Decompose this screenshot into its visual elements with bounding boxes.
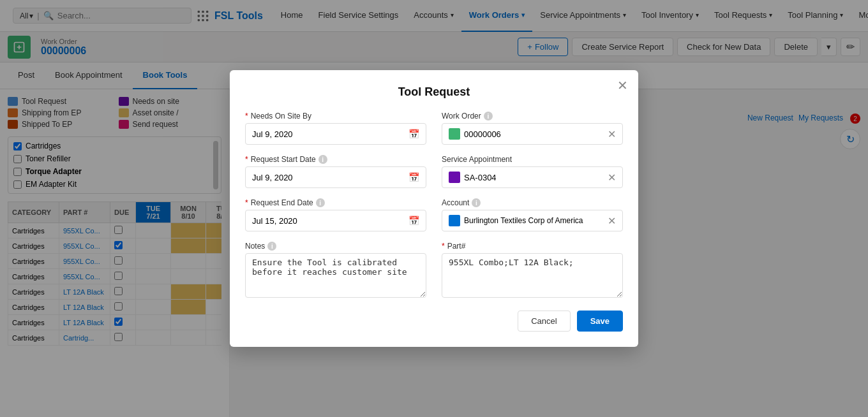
service-appointment-group: Service Appointment SA-0304 ✕: [442, 155, 623, 188]
service-appointment-color-dot: [449, 172, 460, 183]
account-info-icon: i: [472, 198, 481, 207]
account-input[interactable]: Burlington Textiles Corp of America ✕: [442, 210, 623, 231]
request-start-date-label: * Request Start Date i: [245, 155, 426, 164]
request-end-date-label: * Request End Date i: [245, 198, 426, 207]
part-label: * Part#: [442, 242, 623, 251]
modal-header: Tool Request ✕: [245, 85, 623, 99]
account-label: Account i: [442, 198, 623, 207]
modal-title: Tool Request: [245, 85, 623, 99]
calendar-icon-start[interactable]: 📅: [408, 172, 419, 182]
modal-close-button[interactable]: ✕: [617, 78, 628, 93]
save-button[interactable]: Save: [577, 311, 623, 332]
request-start-date-field[interactable]: [252, 173, 405, 182]
modal-overlay[interactable]: Tool Request ✕ * Needs On Site By 📅 Work…: [0, 0, 868, 417]
notes-info-icon: i: [267, 242, 276, 251]
notes-label: Notes i: [245, 242, 426, 251]
part-group: * Part# 955XL Combo;LT 12A Black;: [442, 242, 623, 298]
work-order-color-dot: [449, 128, 460, 140]
request-end-date-group: * Request End Date i 📅: [245, 198, 426, 231]
notes-group: Notes i Ensure the Tool is calibrated be…: [245, 242, 426, 298]
service-appointment-input[interactable]: SA-0304 ✕: [442, 166, 623, 188]
request-end-date-input[interactable]: 📅: [245, 210, 426, 231]
calendar-icon-end[interactable]: 📅: [408, 216, 419, 226]
request-start-date-group: * Request Start Date i 📅: [245, 155, 426, 188]
account-clear-icon[interactable]: ✕: [608, 215, 616, 227]
account-group: Account i Burlington Textiles Corp of Am…: [442, 198, 623, 231]
cancel-button[interactable]: Cancel: [518, 311, 570, 332]
service-appointment-clear-icon[interactable]: ✕: [608, 172, 616, 184]
work-order-input[interactable]: 00000006 ✕: [442, 123, 623, 145]
calendar-icon-needs-on-site[interactable]: 📅: [408, 129, 419, 139]
needs-on-site-label: * Needs On Site By: [245, 112, 426, 121]
account-color-dot: [449, 215, 460, 226]
needs-on-site-input[interactable]: 📅: [245, 123, 426, 145]
notes-textarea[interactable]: Ensure the Tool is calibrated before it …: [245, 253, 426, 298]
modal-footer: Cancel Save: [245, 311, 623, 332]
work-order-info-icon: i: [484, 112, 493, 121]
needs-on-site-group: * Needs On Site By 📅: [245, 112, 426, 145]
tool-request-modal: Tool Request ✕ * Needs On Site By 📅 Work…: [230, 70, 638, 347]
request-end-date-field[interactable]: [252, 216, 405, 226]
service-appointment-label: Service Appointment: [442, 155, 623, 164]
request-start-date-input[interactable]: 📅: [245, 166, 426, 188]
modal-body: * Needs On Site By 📅 Work Order i 000000…: [245, 112, 623, 298]
needs-on-site-field[interactable]: [252, 129, 405, 139]
request-start-info-icon: i: [318, 155, 327, 164]
work-order-label: Work Order i: [442, 112, 623, 121]
work-order-group: Work Order i 00000006 ✕: [442, 112, 623, 145]
request-end-info-icon: i: [316, 198, 325, 207]
work-order-clear-icon[interactable]: ✕: [608, 128, 616, 140]
part-textarea[interactable]: 955XL Combo;LT 12A Black;: [442, 253, 623, 298]
